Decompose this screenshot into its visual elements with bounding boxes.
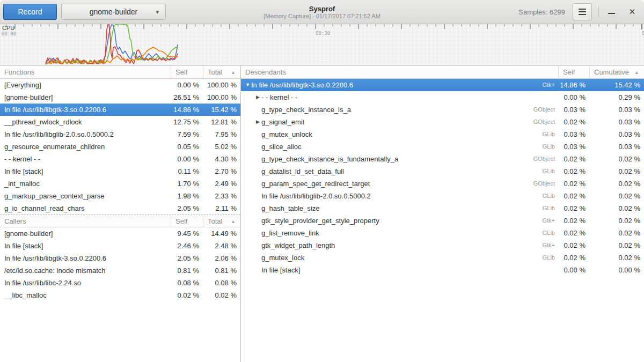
self-percent: 1.98 %: [171, 190, 203, 202]
descendants-column-header[interactable]: Descendants: [241, 66, 558, 78]
self-percent: 0.02 %: [558, 252, 589, 264]
record-button[interactable]: Record: [3, 4, 57, 20]
descendants-self-column-header[interactable]: Self: [558, 66, 589, 78]
self-percent: 14.86 %: [558, 79, 589, 91]
expander-closed-icon[interactable]: ▶: [254, 116, 261, 128]
total-percent: 5.02 %: [203, 141, 240, 153]
chevron-down-icon: ▾: [156, 9, 159, 16]
tree-row[interactable]: gtk_style_provider_get_style_propertyGtk…: [241, 215, 644, 227]
tree-row[interactable]: ▶g_signal_emitGObject0.02 %0.03 %: [241, 116, 644, 128]
main-area: Functions Self Total ▲ [Everything]0.00 …: [0, 66, 644, 362]
table-row[interactable]: - - kernel - -0.00 %4.30 %: [0, 153, 240, 165]
menu-button[interactable]: [573, 3, 592, 20]
tree-row[interactable]: g_hash_table_sizeGLib0.02 %0.02 %: [241, 202, 644, 215]
tree-row[interactable]: In file /usr/lib/libglib-2.0.so.0.5000.2…: [241, 190, 644, 202]
self-percent: 26.51 %: [171, 91, 203, 104]
table-row[interactable]: In file /usr/lib/libc-2.24.so0.08 %0.08 …: [0, 277, 240, 289]
hamburger-icon: [579, 9, 586, 10]
table-row[interactable]: __libc_malloc0.02 %0.02 %: [0, 289, 240, 301]
callers-total-column-header[interactable]: Total ▲: [203, 215, 240, 227]
descendants-cumulative-column-header[interactable]: Cumulative ▲: [589, 66, 644, 78]
tree-row[interactable]: g_type_check_instance_is_fundamentally_a…: [241, 153, 644, 165]
callers-column-header[interactable]: Callers: [0, 215, 171, 227]
expander-open-icon[interactable]: ▼: [244, 79, 251, 91]
function-name: [Everything]: [0, 79, 171, 91]
table-row[interactable]: In file /usr/lib/libgtk-3.so.0.2200.614.…: [0, 104, 240, 116]
cumulative-percent: 0.02 %: [589, 153, 644, 165]
table-row[interactable]: [gnome-builder]26.51 %100.00 %: [0, 91, 240, 104]
minimize-button[interactable]: [605, 5, 618, 18]
self-percent: 0.00 %: [558, 91, 589, 104]
function-name: In file /usr/lib/libgtk-3.so.0.2200.6: [0, 104, 171, 116]
self-percent: 0.02 %: [171, 289, 203, 301]
self-percent: 1.70 %: [171, 178, 203, 190]
functions-column-header[interactable]: Functions: [0, 66, 171, 78]
expander-closed-icon[interactable]: ▶: [254, 91, 261, 104]
functions-total-column-header[interactable]: Total ▲: [203, 66, 240, 78]
tree-row[interactable]: g_type_check_instance_is_aGObject0.03 %0…: [241, 104, 644, 116]
callers-self-column-header[interactable]: Self: [171, 215, 203, 227]
total-percent: 0.02 %: [203, 289, 240, 301]
tree-row[interactable]: g_slice_allocGLib0.03 %0.03 %: [241, 141, 644, 153]
tree-row[interactable]: ▶- - kernel - -0.00 %0.29 %: [241, 91, 644, 104]
tree-row[interactable]: g_datalist_id_set_data_fullGLib0.02 %0.0…: [241, 165, 644, 178]
self-percent: 0.02 %: [558, 215, 589, 227]
descendant-name: g_datalist_id_set_data_full: [261, 165, 344, 178]
window-title: Sysprof: [309, 5, 335, 13]
function-name: g_io_channel_read_chars: [0, 202, 171, 215]
function-name: In file [stack]: [0, 240, 171, 252]
total-percent: 100.00 %: [203, 91, 240, 104]
tree-row[interactable]: g_list_remove_linkGLib0.02 %0.02 %: [241, 227, 644, 239]
library-tag: GObject: [533, 116, 558, 128]
function-name: [gnome-builder]: [0, 227, 171, 240]
total-percent: 100.00 %: [203, 79, 240, 91]
self-percent: 0.03 %: [558, 128, 589, 141]
table-row[interactable]: In file [stack]0.11 %2.70 %: [0, 165, 240, 178]
function-name: g_resource_enumerate_children: [0, 141, 171, 153]
table-row[interactable]: _int_malloc1.70 %2.49 %: [0, 178, 240, 190]
table-row[interactable]: [gnome-builder]9.45 %14.49 %: [0, 227, 240, 240]
library-tag: GLib: [543, 227, 558, 239]
total-percent: 12.81 %: [203, 116, 240, 128]
library-tag: GLib: [543, 190, 558, 202]
self-percent: 0.02 %: [558, 190, 589, 202]
self-percent: 0.11 %: [171, 165, 203, 178]
table-row[interactable]: In file /usr/lib/libglib-2.0.so.0.5000.2…: [0, 128, 240, 141]
tree-row[interactable]: g_mutex_lockGLib0.02 %0.02 %: [241, 252, 644, 264]
close-button[interactable]: ✕: [626, 5, 639, 18]
tree-row[interactable]: ▼In file /usr/lib/libgtk-3.so.0.2200.6Gt…: [241, 79, 644, 91]
table-row[interactable]: g_io_channel_read_chars2.05 %2.11 %: [0, 202, 240, 215]
table-row[interactable]: [Everything]0.00 %100.00 %: [0, 79, 240, 91]
cumulative-percent: 0.02 %: [589, 215, 644, 227]
self-percent: 2.05 %: [171, 252, 203, 264]
table-row[interactable]: In file /usr/lib/libgtk-3.so.0.2200.62.0…: [0, 252, 240, 264]
sort-ascending-icon: ▲: [231, 216, 236, 227]
samples-count: Samples: 6299: [518, 8, 565, 16]
table-row[interactable]: g_resource_enumerate_children0.05 %5.02 …: [0, 141, 240, 153]
library-tag: GLib: [543, 141, 558, 153]
cumulative-percent: 0.02 %: [589, 190, 644, 202]
table-row[interactable]: __pthread_rwlock_rdlock12.75 %12.81 %: [0, 116, 240, 128]
table-row[interactable]: In file [stack]2.46 %2.48 %: [0, 240, 240, 252]
table-row[interactable]: g_markup_parse_context_parse1.98 %2.33 %: [0, 190, 240, 202]
library-tag: GObject: [533, 178, 558, 190]
cpu-graph[interactable]: CPU 00:00 00:30 01:00: [0, 24, 644, 66]
functions-self-column-header[interactable]: Self: [171, 66, 203, 78]
cumulative-percent: 0.03 %: [589, 104, 644, 116]
time-label-0: 00:00: [2, 31, 16, 36]
tree-row[interactable]: g_mutex_unlockGLib0.03 %0.03 %: [241, 128, 644, 141]
descendant-name: g_list_remove_link: [261, 227, 319, 239]
self-percent: 2.05 %: [171, 202, 203, 215]
total-percent: 15.42 %: [203, 104, 240, 116]
descendant-name: g_signal_emit: [261, 116, 304, 128]
library-tag: Gtk+: [542, 239, 558, 252]
tree-row[interactable]: gtk_widget_path_lengthGtk+0.02 %0.02 %: [241, 239, 644, 252]
tree-row[interactable]: g_param_spec_get_redirect_targetGObject0…: [241, 178, 644, 190]
function-name: g_markup_parse_context_parse: [0, 190, 171, 202]
tree-row[interactable]: In file [stack]0.00 %0.00 %: [241, 264, 644, 276]
cumulative-percent: 0.02 %: [589, 165, 644, 178]
cpu-graph-label: CPU: [2, 25, 14, 31]
self-percent: 2.46 %: [171, 240, 203, 252]
process-selector-dropdown[interactable]: gnome-builder ▾: [61, 4, 166, 20]
table-row[interactable]: /etc/ld.so.cache: inode mismatch0.81 %0.…: [0, 264, 240, 277]
